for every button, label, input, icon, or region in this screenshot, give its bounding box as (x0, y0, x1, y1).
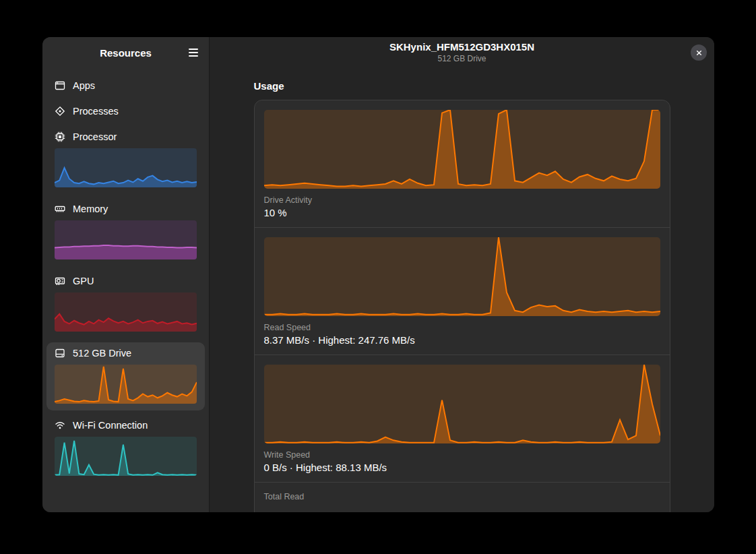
read-speed-value: 8.37 MB/s · Highest: 247.76 MB/s (264, 334, 660, 346)
sidebar: Resources Apps Processes (42, 37, 210, 512)
sidebar-item-label: Processor (73, 131, 117, 142)
usage-card: Drive Activity 10 % Read Speed 8.37 MB/s… (254, 100, 670, 512)
sidebar-item-label: Processes (73, 106, 119, 117)
drive-activity-chart (264, 110, 660, 189)
close-button[interactable] (691, 44, 707, 61)
main-menu-button[interactable] (183, 42, 203, 63)
page-subtitle: 512 GB Drive (389, 55, 534, 64)
sidebar-item-wifi[interactable]: Wi-Fi Connection (46, 414, 205, 483)
sidebar-item-gpu[interactable]: GPU (46, 270, 205, 338)
main-panel: SKHynix_HFM512GD3HX015N 512 GB Drive Usa… (210, 37, 714, 512)
sidebar-item-apps[interactable]: Apps (46, 75, 205, 96)
resources-window: Resources Apps Processes (42, 37, 714, 512)
drive-activity-label: Drive Activity (264, 195, 660, 205)
total-read-label: Total Read (264, 492, 660, 501)
sidebar-title: Resources (100, 47, 152, 59)
sidebar-item-label: 512 GB Drive (73, 348, 131, 359)
drive-activity-row: Drive Activity 10 % (255, 100, 670, 227)
usage-section-title: Usage (254, 80, 670, 92)
write-speed-label: Write Speed (264, 450, 660, 460)
processes-icon (55, 106, 65, 117)
main-headerbar: SKHynix_HFM512GD3HX015N 512 GB Drive (210, 37, 714, 68)
page-title: SKHynix_HFM512GD3HX015N (389, 41, 534, 53)
sidebar-item-label: Wi-Fi Connection (73, 420, 148, 431)
sidebar-item-label: GPU (73, 276, 94, 286)
sidebar-item-label: Apps (73, 80, 95, 91)
total-read-row: Total Read (255, 482, 670, 512)
sidebar-headerbar: Resources (42, 37, 209, 68)
gpu-mini-chart (55, 293, 197, 332)
sidebar-item-processor[interactable]: Processor (46, 126, 205, 194)
write-speed-row: Write Speed 0 B/s · Highest: 88.13 MB/s (255, 355, 670, 482)
apps-icon (55, 80, 65, 91)
drive-activity-value: 10 % (264, 207, 660, 218)
processor-mini-chart (55, 148, 197, 187)
write-speed-chart (264, 365, 660, 443)
read-speed-row: Read Speed 8.37 MB/s · Highest: 247.76 M… (255, 227, 670, 355)
processor-icon (55, 131, 65, 142)
memory-icon (55, 204, 65, 214)
page-title-block: SKHynix_HFM512GD3HX015N 512 GB Drive (389, 41, 534, 63)
write-speed-value: 0 B/s · Highest: 88.13 MB/s (264, 462, 660, 473)
sidebar-item-processes[interactable]: Processes (46, 100, 205, 122)
wifi-icon (55, 420, 65, 431)
memory-mini-chart (55, 220, 197, 259)
read-speed-chart (264, 237, 660, 316)
wifi-mini-chart (55, 437, 197, 476)
sidebar-item-memory[interactable]: Memory (46, 198, 205, 266)
drive-icon (55, 348, 65, 359)
sidebar-item-label: Memory (73, 204, 108, 214)
gpu-icon (55, 276, 65, 286)
sidebar-item-drive[interactable]: 512 GB Drive (46, 342, 205, 410)
sidebar-list: Apps Processes Processor (42, 68, 209, 489)
hamburger-menu-icon (189, 52, 198, 53)
close-icon (695, 49, 703, 57)
main-scroll-area[interactable]: Usage Drive Activity 10 % Read Speed 8.3… (210, 68, 714, 512)
read-speed-label: Read Speed (264, 323, 660, 332)
drive-mini-chart (55, 365, 197, 404)
